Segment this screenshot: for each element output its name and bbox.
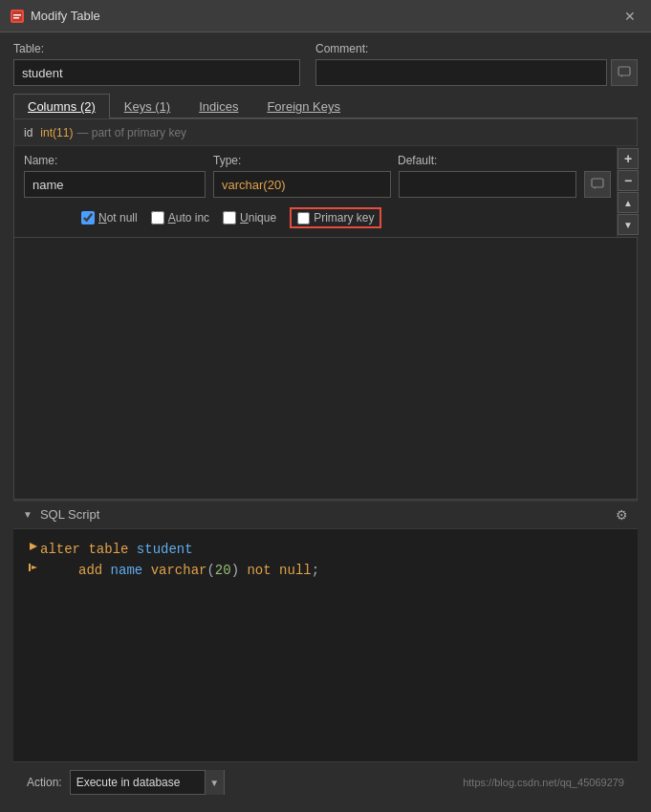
name-label: Name: xyxy=(24,154,206,167)
sql-paren-close: ) xyxy=(231,560,248,581)
gear-icon[interactable]: ⚙ xyxy=(616,507,628,523)
sql-alter: alter xyxy=(40,539,88,560)
action-url: https://blog.csdn.net/qq_45069279 xyxy=(463,777,624,788)
close-button[interactable]: ✕ xyxy=(618,5,641,28)
sql-colname: name xyxy=(111,560,151,581)
default-label: Default: xyxy=(398,154,607,167)
unique-checkbox-item[interactable]: Unique xyxy=(223,211,276,224)
hint-type: int(11) xyxy=(40,126,73,139)
tab-indices-label: Indices xyxy=(199,99,238,114)
action-select-arrow[interactable]: ▼ xyxy=(205,770,224,795)
hint-id: id xyxy=(24,126,33,139)
tab-keys[interactable]: Keys (1) xyxy=(110,94,184,118)
sql-add: add xyxy=(78,560,111,581)
editor-main: Name: Type: Default: xyxy=(14,146,617,237)
sql-student: student xyxy=(137,539,193,560)
tab-foreign-keys-label: Foreign Keys xyxy=(267,99,340,114)
comment-button[interactable] xyxy=(611,59,638,86)
auto-inc-checkbox-item[interactable]: Auto inc xyxy=(151,211,209,224)
action-select[interactable]: Execute in database Copy to clipboard xyxy=(71,774,205,791)
unique-label[interactable]: Unique xyxy=(240,211,276,224)
tab-indices[interactable]: Indices xyxy=(184,94,252,118)
title-bar: Modify Table ✕ xyxy=(0,0,651,32)
app-icon xyxy=(10,9,25,24)
sql-semi: ; xyxy=(312,560,319,581)
svg-marker-10 xyxy=(32,566,37,569)
empty-area xyxy=(13,238,638,500)
table-name-input[interactable] xyxy=(13,59,300,86)
comment-field-group: Comment: xyxy=(315,42,638,86)
comment-label: Comment: xyxy=(315,42,638,55)
ntr-labels: Name: Type: Default: xyxy=(24,154,607,167)
type-input[interactable] xyxy=(213,171,391,198)
name-input[interactable] xyxy=(24,171,206,198)
primary-key-checkbox[interactable] xyxy=(297,212,310,224)
svg-rect-4 xyxy=(618,67,630,75)
primary-key-label[interactable]: Primary key xyxy=(314,211,374,224)
type-label: Type: xyxy=(213,154,390,167)
action-left: Action: Execute in database Copy to clip… xyxy=(27,770,225,795)
unique-checkbox[interactable] xyxy=(223,211,236,224)
auto-inc-label[interactable]: Auto inc xyxy=(168,211,209,224)
sql-section: ▼ SQL Script ⚙ alter table student xyxy=(13,500,638,762)
svg-rect-1 xyxy=(12,11,22,21)
ntr-inputs xyxy=(24,171,607,198)
sql-body: alter table student add name varchar ( 2… xyxy=(13,529,638,762)
primary-key-checkbox-item[interactable]: Primary key xyxy=(290,207,381,228)
add-column-button[interactable]: + xyxy=(618,148,639,169)
svg-rect-6 xyxy=(592,179,603,187)
sql-script-title: SQL Script xyxy=(40,507,99,522)
action-select-wrapper[interactable]: Execute in database Copy to clipboard ▼ xyxy=(70,770,225,795)
svg-marker-8 xyxy=(30,543,37,550)
editor-with-sidebar: Name: Type: Default: xyxy=(14,146,637,237)
move-up-button[interactable]: ▲ xyxy=(618,192,639,213)
tab-columns-label: Columns (2) xyxy=(28,99,96,114)
title-bar-left: Modify Table xyxy=(10,9,100,24)
tab-keys-label: Keys (1) xyxy=(124,99,170,114)
sql-line-1: alter table student xyxy=(27,539,624,560)
tab-foreign-keys[interactable]: Foreign Keys xyxy=(252,94,355,118)
svg-rect-9 xyxy=(29,564,31,571)
not-null-checkbox-item[interactable]: Not null xyxy=(81,211,138,224)
comment-row xyxy=(315,59,638,86)
default-input[interactable] xyxy=(399,171,576,198)
table-label: Table: xyxy=(13,42,300,55)
sql-null: null xyxy=(279,560,312,581)
collapse-icon: ▼ xyxy=(23,509,33,520)
sql-line-2: add name varchar ( 20 ) not null ; xyxy=(27,560,624,581)
editor-sidebar: + − ▲ ▼ xyxy=(617,146,639,237)
not-null-checkbox[interactable] xyxy=(81,211,95,224)
not-null-label[interactable]: Not null xyxy=(98,211,138,224)
sql-table-kw: table xyxy=(88,539,136,560)
checkboxes-row: Not null Auto inc Unique xyxy=(24,207,607,228)
auto-inc-checkbox[interactable] xyxy=(151,211,164,224)
sql-line-indicator-2 xyxy=(27,560,40,575)
sql-paren-open: ( xyxy=(206,560,214,581)
sql-header: ▼ SQL Script ⚙ xyxy=(13,502,638,529)
sql-varchar: varchar xyxy=(151,560,207,581)
column-editor: id int(11) — part of primary key Name: T… xyxy=(13,118,638,238)
column-hint-row: id int(11) — part of primary key xyxy=(14,119,637,146)
comment-input[interactable] xyxy=(315,59,607,86)
sql-header-left[interactable]: ▼ SQL Script xyxy=(23,507,99,522)
tabs-bar: Columns (2) Keys (1) Indices Foreign Key… xyxy=(13,94,638,118)
table-field-group: Table: xyxy=(13,42,300,86)
action-label: Action: xyxy=(27,776,62,789)
sql-size: 20 xyxy=(215,560,231,581)
table-comment-row: Table: Comment: xyxy=(13,42,638,86)
sql-not: not xyxy=(247,560,279,581)
action-bar: Action: Execute in database Copy to clip… xyxy=(13,761,638,802)
svg-rect-3 xyxy=(13,17,19,19)
tab-columns[interactable]: Columns (2) xyxy=(13,94,110,118)
sql-line-indicator-1 xyxy=(27,539,40,554)
remove-column-button[interactable]: − xyxy=(618,170,639,191)
field-comment-button[interactable] xyxy=(584,171,611,198)
hint-comment: — part of primary key xyxy=(76,126,186,139)
svg-rect-2 xyxy=(13,14,21,16)
main-content: Table: Comment: Columns (2) Keys (1) xyxy=(0,32,651,812)
move-down-button[interactable]: ▼ xyxy=(618,214,639,235)
window-title: Modify Table xyxy=(31,9,100,23)
